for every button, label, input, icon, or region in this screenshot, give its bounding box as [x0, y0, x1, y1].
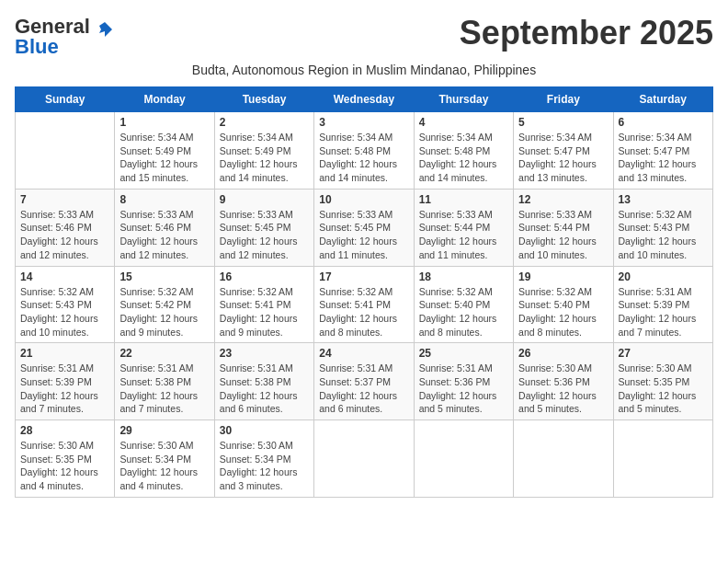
daylight-text: Daylight: 12 hours and 8 minutes.	[419, 313, 497, 338]
calendar-cell: 20 Sunrise: 5:31 AM Sunset: 5:39 PM Dayl…	[613, 266, 712, 343]
day-info: Sunrise: 5:34 AM Sunset: 5:47 PM Dayligh…	[619, 131, 708, 185]
sunrise-text: Sunrise: 5:33 AM	[319, 209, 392, 220]
day-number: 7	[20, 193, 109, 206]
day-header-sunday: Sunday	[16, 87, 115, 112]
calendar-cell: 30 Sunrise: 5:30 AM Sunset: 5:34 PM Dayl…	[214, 420, 313, 498]
sunset-text: Sunset: 5:46 PM	[119, 222, 191, 233]
day-info: Sunrise: 5:30 AM Sunset: 5:35 PM Dayligh…	[20, 439, 109, 493]
day-info: Sunrise: 5:34 AM Sunset: 5:47 PM Dayligh…	[518, 131, 608, 185]
daylight-text: Daylight: 12 hours and 11 minutes.	[319, 236, 397, 260]
month-title-area: September 2025	[460, 15, 713, 52]
calendar-cell: 22 Sunrise: 5:31 AM Sunset: 5:38 PM Dayl…	[115, 343, 214, 420]
day-number: 23	[220, 347, 309, 360]
day-header-friday: Friday	[514, 87, 613, 112]
day-info: Sunrise: 5:31 AM Sunset: 5:38 PM Dayligh…	[220, 362, 309, 416]
sunrise-text: Sunrise: 5:31 AM	[20, 362, 94, 373]
sunrise-text: Sunrise: 5:34 AM	[119, 132, 193, 143]
calendar-cell: 27 Sunrise: 5:30 AM Sunset: 5:35 PM Dayl…	[613, 343, 712, 420]
sunset-text: Sunset: 5:49 PM	[220, 145, 291, 156]
daylight-text: Daylight: 12 hours and 7 minutes.	[20, 390, 98, 415]
sunrise-text: Sunrise: 5:34 AM	[319, 132, 392, 143]
day-header-wednesday: Wednesday	[314, 87, 414, 112]
calendar-cell: 26 Sunrise: 5:30 AM Sunset: 5:36 PM Dayl…	[514, 343, 613, 420]
sunset-text: Sunset: 5:47 PM	[518, 145, 590, 156]
sunset-text: Sunset: 5:48 PM	[319, 145, 391, 156]
day-info: Sunrise: 5:33 AM Sunset: 5:44 PM Dayligh…	[518, 208, 608, 262]
sunrise-text: Sunrise: 5:30 AM	[220, 440, 293, 451]
day-number: 28	[20, 424, 109, 437]
day-info: Sunrise: 5:33 AM Sunset: 5:45 PM Dayligh…	[319, 208, 408, 262]
logo-blue: Blue	[15, 35, 114, 59]
sunrise-text: Sunrise: 5:32 AM	[20, 286, 94, 297]
logo-icon	[96, 20, 114, 39]
day-number: 1	[119, 116, 209, 129]
calendar-cell: 28 Sunrise: 5:30 AM Sunset: 5:35 PM Dayl…	[16, 420, 115, 498]
calendar-cell: 29 Sunrise: 5:30 AM Sunset: 5:34 PM Dayl…	[115, 420, 214, 498]
calendar-cell: 15 Sunrise: 5:32 AM Sunset: 5:42 PM Dayl…	[115, 266, 214, 343]
daylight-text: Daylight: 12 hours and 9 minutes.	[220, 313, 298, 338]
calendar-cell: 4 Sunrise: 5:34 AM Sunset: 5:48 PM Dayli…	[414, 112, 513, 190]
day-header-tuesday: Tuesday	[214, 87, 313, 112]
day-number: 6	[619, 116, 708, 129]
calendar-week-row: 21 Sunrise: 5:31 AM Sunset: 5:39 PM Dayl…	[16, 343, 713, 420]
calendar-cell	[16, 112, 115, 190]
day-number: 4	[419, 116, 508, 129]
calendar-cell	[414, 420, 513, 498]
calendar-cell: 8 Sunrise: 5:33 AM Sunset: 5:46 PM Dayli…	[115, 189, 214, 266]
day-number: 17	[319, 270, 408, 283]
sunrise-text: Sunrise: 5:33 AM	[419, 209, 493, 220]
sunset-text: Sunset: 5:36 PM	[419, 376, 491, 387]
sunset-text: Sunset: 5:40 PM	[419, 299, 491, 310]
calendar-cell: 1 Sunrise: 5:34 AM Sunset: 5:49 PM Dayli…	[115, 112, 214, 190]
sunset-text: Sunset: 5:43 PM	[619, 222, 690, 233]
day-number: 19	[518, 270, 608, 283]
daylight-text: Daylight: 12 hours and 14 minutes.	[419, 158, 497, 183]
daylight-text: Daylight: 12 hours and 11 minutes.	[419, 236, 497, 260]
day-info: Sunrise: 5:32 AM Sunset: 5:41 PM Dayligh…	[319, 285, 408, 339]
day-number: 29	[119, 424, 209, 437]
day-number: 14	[20, 270, 109, 283]
day-info: Sunrise: 5:33 AM Sunset: 5:45 PM Dayligh…	[220, 208, 309, 262]
day-info: Sunrise: 5:31 AM Sunset: 5:36 PM Dayligh…	[419, 362, 508, 416]
sunrise-text: Sunrise: 5:34 AM	[220, 132, 293, 143]
daylight-text: Daylight: 12 hours and 5 minutes.	[518, 390, 597, 415]
header: General Blue September 2025	[15, 15, 713, 59]
daylight-text: Daylight: 12 hours and 7 minutes.	[619, 313, 697, 338]
daylight-text: Daylight: 12 hours and 3 minutes.	[220, 466, 298, 491]
calendar-cell: 13 Sunrise: 5:32 AM Sunset: 5:43 PM Dayl…	[613, 189, 712, 266]
daylight-text: Daylight: 12 hours and 7 minutes.	[119, 390, 198, 415]
day-info: Sunrise: 5:30 AM Sunset: 5:35 PM Dayligh…	[619, 362, 708, 416]
sunset-text: Sunset: 5:39 PM	[619, 299, 690, 310]
logo: General Blue	[15, 15, 114, 59]
sunrise-text: Sunrise: 5:34 AM	[518, 132, 592, 143]
day-number: 2	[220, 116, 309, 129]
sunset-text: Sunset: 5:44 PM	[518, 222, 590, 233]
calendar-cell: 21 Sunrise: 5:31 AM Sunset: 5:39 PM Dayl…	[16, 343, 115, 420]
daylight-text: Daylight: 12 hours and 13 minutes.	[619, 158, 697, 183]
sunset-text: Sunset: 5:42 PM	[119, 299, 191, 310]
sunset-text: Sunset: 5:37 PM	[319, 376, 391, 387]
day-number: 25	[419, 347, 508, 360]
calendar-cell	[613, 420, 712, 498]
day-number: 11	[419, 193, 508, 206]
sunrise-text: Sunrise: 5:32 AM	[419, 286, 493, 297]
day-info: Sunrise: 5:30 AM Sunset: 5:36 PM Dayligh…	[518, 362, 608, 416]
day-number: 5	[518, 116, 608, 129]
sunset-text: Sunset: 5:34 PM	[119, 454, 191, 465]
calendar-table: SundayMondayTuesdayWednesdayThursdayFrid…	[15, 86, 713, 498]
calendar-cell	[314, 420, 414, 498]
calendar-cell: 5 Sunrise: 5:34 AM Sunset: 5:47 PM Dayli…	[514, 112, 613, 190]
sunset-text: Sunset: 5:47 PM	[619, 145, 690, 156]
daylight-text: Daylight: 12 hours and 12 minutes.	[119, 236, 198, 260]
sunrise-text: Sunrise: 5:34 AM	[419, 132, 493, 143]
day-header-thursday: Thursday	[414, 87, 513, 112]
calendar-week-row: 7 Sunrise: 5:33 AM Sunset: 5:46 PM Dayli…	[16, 189, 713, 266]
sunset-text: Sunset: 5:40 PM	[518, 299, 590, 310]
daylight-text: Daylight: 12 hours and 10 minutes.	[619, 236, 697, 260]
day-header-saturday: Saturday	[613, 87, 712, 112]
day-number: 30	[220, 424, 309, 437]
calendar-cell: 16 Sunrise: 5:32 AM Sunset: 5:41 PM Dayl…	[214, 266, 313, 343]
sunset-text: Sunset: 5:38 PM	[119, 376, 191, 387]
day-number: 21	[20, 347, 109, 360]
day-number: 13	[619, 193, 708, 206]
